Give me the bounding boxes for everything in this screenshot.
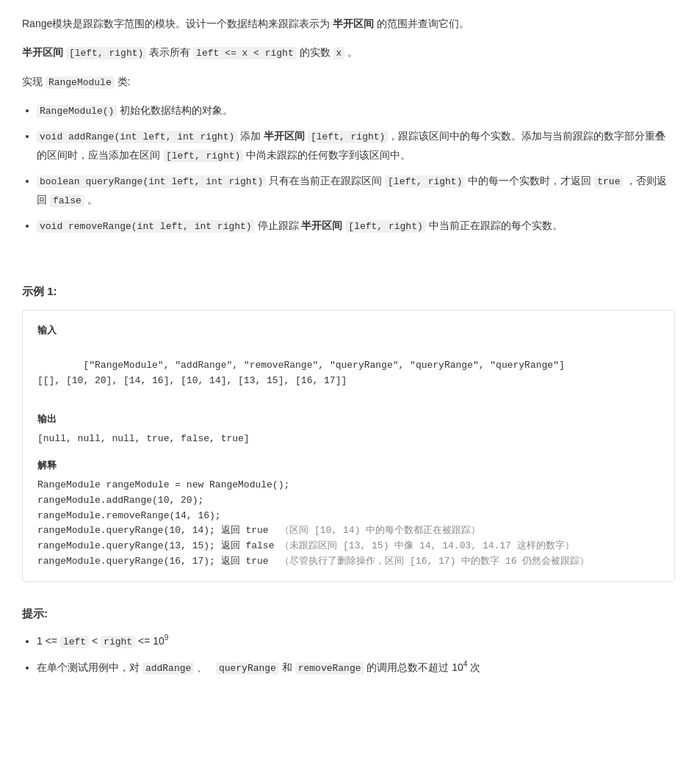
input-label: 输入 (37, 322, 660, 338)
code-remove-interval: [left, right) (345, 220, 425, 233)
explain-line-1: rangeModule.addRange(10, 20); (37, 493, 660, 509)
example-box: 输入 ["RangeModule", "addRange", "removeRa… (22, 310, 675, 582)
code-class-name: RangeModule (46, 76, 115, 89)
method-item-query: boolean queryRange(int left, int right) … (37, 172, 675, 209)
code-false: false (50, 195, 84, 207)
code-constructor: RangeModule() (37, 105, 117, 117)
code-condition: left <= x < right (193, 47, 297, 59)
explain-line-0: RangeModule rangeModule = new RangeModul… (37, 478, 660, 493)
explain-line-5: rangeModule.queryRange(16, 17); 返回 true … (37, 554, 660, 570)
output-label: 输出 (37, 411, 660, 427)
explain-line-2: rangeModule.removeRange(14, 16); (37, 509, 660, 524)
sup-4: 4 (463, 660, 468, 668)
hints-list: 1 <= left < right <= 109 在单个测试用例中，对 addR… (37, 631, 675, 677)
code-add-range: void addRange(int left, int right) (37, 131, 237, 143)
intro-p2: 半开区间 [left, right) 表示所有 left <= x < righ… (22, 43, 675, 62)
code-left: left (60, 636, 89, 648)
output-code: [null, null, null, true, false, true] (37, 432, 660, 447)
bold-half-open-4: 半开区间 (301, 219, 342, 231)
code-add-interval: [left, right) (308, 131, 388, 143)
method-item-remove: void removeRange(int left, int right) 停止… (37, 217, 675, 235)
explain-label: 解释 (37, 457, 660, 473)
code-remove-range: void removeRange(int left, int right) (37, 220, 255, 233)
hint-item-2: 在单个测试用例中，对 addRange 、 queryRange 和 remov… (37, 658, 675, 677)
method-item-constructor: RangeModule() 初始化数据结构的对象。 (37, 101, 675, 120)
code-query-interval: [left, right) (385, 175, 465, 188)
code-add-interval2: [left, right) (163, 150, 243, 162)
input-line2: [[], [10, 20], [14, 16], [10, 14], [13, … (37, 375, 347, 386)
code-right: right (101, 636, 135, 648)
example-section: 示例 1: 输入 ["RangeModule", "addRange", "re… (22, 282, 675, 582)
bold-half-open-1: 半开区间 (333, 18, 374, 29)
code-add-hint: addRange (142, 662, 194, 675)
input-line1: ["RangeModule", "addRange", "removeRange… (83, 360, 564, 371)
explain-line-4: rangeModule.queryRange(13, 15); 返回 false… (37, 539, 660, 554)
main-content: Range模块是跟踪数字范围的模块。设计一个数据结构来跟踪表示为 半开区间 的范… (22, 15, 675, 677)
sup-9: 9 (165, 634, 169, 642)
methods-list: RangeModule() 初始化数据结构的对象。 void addRange(… (37, 101, 675, 235)
code-query-hint: queryRange (216, 662, 279, 675)
code-query-range: boolean queryRange(int left, int right) (37, 175, 266, 188)
bold-half-open-3: 半开区间 (264, 130, 305, 142)
input-code: ["RangeModule", "addRange", "removeRange… (37, 343, 660, 404)
hint-item-1: 1 <= left < right <= 109 (37, 631, 675, 650)
bold-half-open-2: 半开区间 (22, 46, 63, 58)
method-item-add: void addRange(int left, int right) 添加 半开… (37, 127, 675, 164)
hints-section: 提示: 1 <= left < right <= 109 在单个测试用例中，对 … (22, 604, 675, 678)
explain-code: RangeModule rangeModule = new RangeModul… (37, 478, 660, 570)
intro-p1: Range模块是跟踪数字范围的模块。设计一个数据结构来跟踪表示为 半开区间 的范… (22, 15, 675, 33)
example-title: 示例 1: (22, 282, 675, 301)
intro-p3: 实现 RangeModule 类: (22, 73, 675, 91)
code-remove-hint: removeRange (295, 662, 364, 675)
code-x: x (333, 47, 345, 59)
explain-line-3: rangeModule.queryRange(10, 14); 返回 true … (37, 523, 660, 539)
code-true: true (594, 175, 623, 188)
code-left-right: [left, right) (66, 47, 146, 59)
hints-title: 提示: (22, 604, 675, 623)
